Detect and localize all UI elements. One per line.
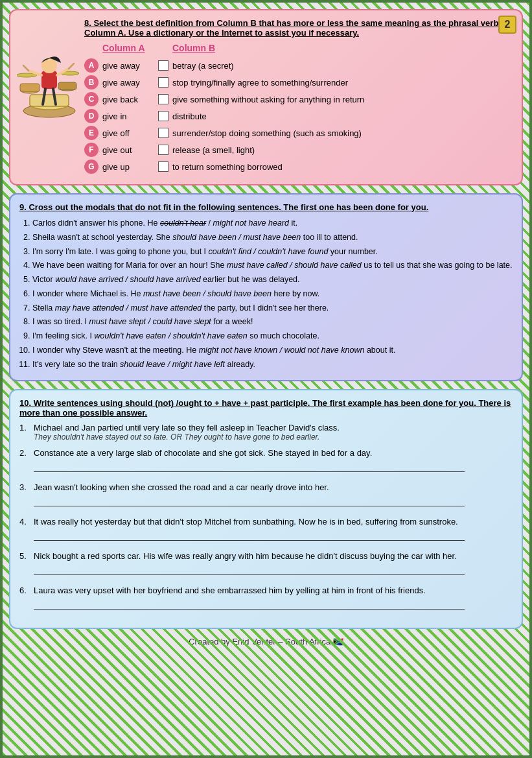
row-label: B [84,75,98,89]
footer: Created by Enid Venter – South Africa 🇿🇦 [9,637,523,646]
sentence-item: I wonder why Steve wasn't at the meeting… [32,344,513,357]
item-number: 3. [19,482,30,513]
sentence-item: I wonder where Michael is. He must have … [32,288,513,300]
row-label: D [84,109,98,123]
checkbox[interactable] [158,94,168,104]
item-number: 4. [19,517,30,547]
exercise-item: 3.Jean wasn't looking when she crossed t… [19,482,513,513]
item-prompt: Laura was very upset with her boyfriend … [34,586,513,595]
section-9-list: Carlos didn't answer his phone. He could… [19,217,513,370]
checkbox[interactable] [158,111,168,121]
row-label: G [84,160,98,174]
item-content: It was really hot yesterday but that did… [34,517,513,547]
item-content: Michael and Jan partied until very late … [34,423,513,444]
section-8-content: 8. Select the best definition from Colum… [84,18,513,174]
sentence-item: Stella may have attended / must have att… [32,302,513,314]
answer-line[interactable] [34,563,465,575]
col-b-value: distribute [172,112,513,121]
item-number: 5. [19,551,30,582]
exercise-item: 6.Laura was very upset with her boyfrien… [19,586,513,616]
exercise-item: 5.Nick bought a red sports car. His wife… [19,551,513,582]
svg-rect-6 [58,82,76,89]
item-content: Jean wasn't looking when she crossed the… [34,482,513,513]
section-8: 2 [9,9,523,185]
answer-line[interactable] [34,495,465,506]
col-a-value: give up [102,162,154,172]
section-9: 9. Cross out the modals that do not fit … [9,193,523,381]
checkbox[interactable] [158,145,168,155]
row-label: A [84,58,98,73]
column-headers: Column A Column B [102,43,513,56]
item-prompt: Michael and Jan partied until very late … [34,423,513,432]
col-a-value: give away [102,78,154,88]
section-10: 10. Write sentences using should (not) /… [9,389,523,629]
col-b-value: release (a smell, light) [172,145,513,155]
answer-line[interactable] [34,460,465,472]
col-b-value: stop trying/finally agree to something/s… [172,78,513,88]
match-row: Fgive outrelease (a smell, light) [84,143,513,157]
drummer-illustration [17,46,82,124]
col-a-value: give off [102,128,154,138]
item-number: 1. [19,423,30,444]
col-b-value: to return something borrowed [172,162,513,172]
answer-line[interactable] [34,598,465,610]
item-prompt: Nick bought a red sports car. His wife w… [34,551,513,561]
col-a-header: Column A [102,43,154,56]
match-row: Egive offsurrender/stop doing something … [84,126,513,140]
match-row: Cgive backgive something without asking … [84,92,513,106]
col-b-value: betray (a secret) [172,61,513,71]
sentence-item: Carlos didn't answer his phone. He could… [32,217,513,230]
row-label: C [84,92,98,106]
item-prompt: It was really hot yesterday but that did… [34,517,513,527]
col-b-value: give something without asking for anythi… [172,95,513,104]
match-row: Ggive upto return something borrowed [84,160,513,174]
svg-line-13 [23,65,29,71]
svg-rect-4 [20,84,40,91]
sentence-item: Victor would have arrived / should have … [32,274,513,286]
section-number-badge: 2 [498,16,516,34]
item-prompt: Jean wasn't looking when she crossed the… [34,482,513,492]
sentence-item: Sheila wasn't at school yesterday. She s… [32,231,513,244]
svg-rect-2 [30,95,69,106]
svg-line-14 [69,64,74,69]
match-row: Dgive indistribute [84,109,513,123]
item-content: Constance ate a very large slab of choco… [34,448,513,479]
page: 2 [0,0,532,758]
col-b-header: Column B [172,43,215,56]
footer-text: Created by Enid Venter – South Africa 🇿🇦 [189,637,343,646]
example-answer: They shouldn't have stayed out so late. … [34,432,513,442]
exercise-item: 4.It was really hot yesterday but that d… [19,517,513,547]
sentence-item: I was so tired. I must have slept / coul… [32,316,513,328]
checkbox[interactable] [158,161,168,172]
col-a-value: give out [102,145,154,155]
exercise-item: 1.Michael and Jan partied until very lat… [19,423,513,444]
col-a-value: give back [102,95,154,104]
section-9-title: 9. Cross out the modals that do not fit … [19,202,513,212]
col-b-value: surrender/stop doing something (such as … [172,128,513,138]
sentence-item: It's very late so the train should leave… [32,359,513,371]
section-8-title: 8. Select the best definition from Colum… [84,18,513,38]
item-content: Nick bought a red sports car. His wife w… [34,551,513,582]
svg-rect-9 [41,71,57,89]
col-a-value: give away [102,61,154,71]
sentence-item: I'm feeling sick. I wouldn't have eaten … [32,330,513,342]
section-10-items: 1.Michael and Jan partied until very lat… [19,423,513,616]
item-prompt: Constance ate a very large slab of choco… [34,448,513,458]
row-label: E [84,126,98,140]
item-content: Laura was very upset with her boyfriend … [34,586,513,616]
answer-line[interactable] [34,529,465,541]
item-number: 2. [19,448,30,479]
match-rows: Agive awaybetray (a secret)Bgive awaysto… [84,58,513,174]
match-row: Bgive awaystop trying/finally agree to s… [84,75,513,89]
exercise-item: 2.Constance ate a very large slab of cho… [19,448,513,479]
item-number: 6. [19,586,30,616]
section-10-title: 10. Write sentences using should (not) /… [19,398,513,418]
sentence-item: I'm sorry I'm late. I was going to phone… [32,246,513,258]
checkbox[interactable] [158,128,168,138]
match-row: Agive awaybetray (a secret) [84,58,513,73]
checkbox[interactable] [158,77,168,88]
checkbox[interactable] [158,60,168,71]
col-a-value: give in [102,112,154,121]
row-label: F [84,143,98,157]
sentence-item: We have been waiting for Maria for over … [32,259,513,272]
